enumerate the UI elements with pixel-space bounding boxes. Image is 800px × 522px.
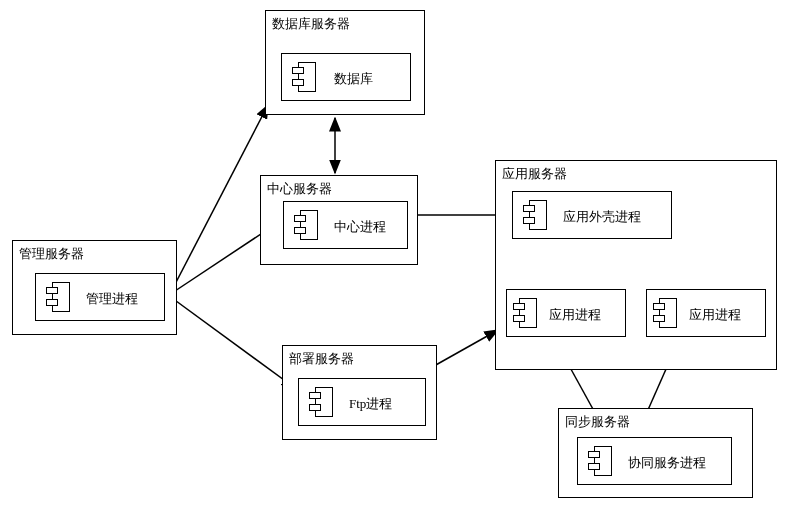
deploy-process-label: Ftp进程 — [349, 395, 392, 413]
component-icon — [523, 200, 547, 230]
component-icon — [588, 446, 612, 476]
sync-process-label: 协同服务进程 — [628, 454, 706, 472]
app-process-1-box: 应用进程 — [506, 289, 626, 337]
svg-line-2 — [172, 105, 268, 290]
application-server-title: 应用服务器 — [502, 165, 567, 183]
application-server-box: 应用服务器 应用外壳进程 应用进程 应用进程 — [495, 160, 777, 370]
center-process-box: 中心进程 — [283, 201, 408, 249]
component-icon — [292, 62, 316, 92]
app-process-1-label: 应用进程 — [549, 306, 601, 324]
center-process-label: 中心进程 — [334, 218, 386, 236]
component-icon — [294, 210, 318, 240]
sync-server-title: 同步服务器 — [565, 413, 630, 431]
management-process-box: 管理进程 — [35, 273, 165, 321]
app-shell-process-label: 应用外壳进程 — [563, 208, 641, 226]
database-server-title: 数据库服务器 — [272, 15, 350, 33]
management-process-label: 管理进程 — [86, 290, 138, 308]
database-server-box: 数据库服务器 数据库 — [265, 10, 425, 115]
app-shell-process-box: 应用外壳进程 — [512, 191, 672, 239]
management-server-box: 管理服务器 管理进程 — [12, 240, 177, 335]
component-icon — [46, 282, 70, 312]
deploy-process-box: Ftp进程 — [298, 378, 426, 426]
database-process-label: 数据库 — [334, 70, 373, 88]
management-server-title: 管理服务器 — [19, 245, 84, 263]
center-server-box: 中心服务器 中心进程 — [260, 175, 418, 265]
component-icon — [513, 298, 537, 328]
sync-server-box: 同步服务器 协同服务进程 — [558, 408, 753, 498]
center-server-title: 中心服务器 — [267, 180, 332, 198]
sync-process-box: 协同服务进程 — [577, 437, 732, 485]
diagram-canvas: 数据库服务器 数据库 中心服务器 中心进程 管理服务器 管理进程 部署服务器 F… — [0, 0, 800, 522]
app-process-2-label: 应用进程 — [689, 306, 741, 324]
component-icon — [309, 387, 333, 417]
component-icon — [653, 298, 677, 328]
app-process-2-box: 应用进程 — [646, 289, 766, 337]
deploy-server-box: 部署服务器 Ftp进程 — [282, 345, 437, 440]
svg-line-4 — [172, 298, 295, 388]
deploy-server-title: 部署服务器 — [289, 350, 354, 368]
database-process-box: 数据库 — [281, 53, 411, 101]
